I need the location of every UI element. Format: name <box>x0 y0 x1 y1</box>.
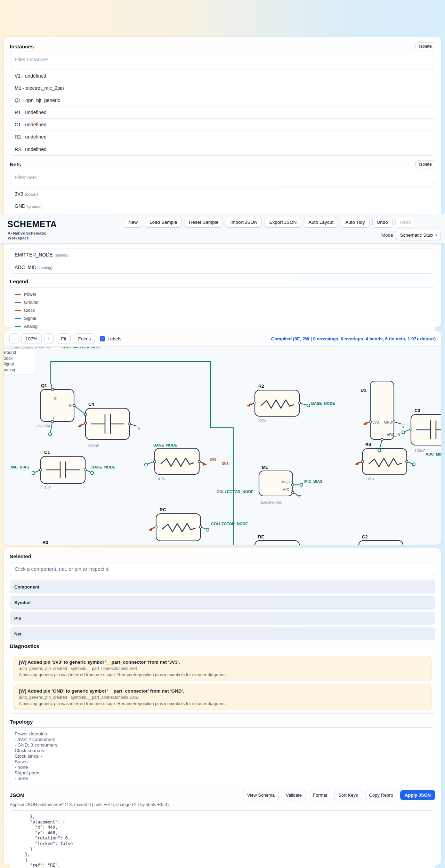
nets-filter-input[interactable] <box>10 171 435 184</box>
re-ref: RE <box>258 534 264 539</box>
legend-item-signal: Signal <box>15 314 430 322</box>
q1-pin-b: B <box>69 403 72 408</box>
instance-row[interactable]: Q1 · npn_bjt_generic <box>10 94 435 106</box>
mode-select[interactable]: Schematic Stub ▾ <box>396 230 441 240</box>
section-pin[interactable]: Pin <box>10 612 435 624</box>
m1-value: Electret mic <box>261 500 282 504</box>
wire-net-collector: COLLECTOR_NODE <box>217 490 253 494</box>
component-rc[interactable] <box>156 514 201 541</box>
new-button[interactable]: New <box>124 217 142 228</box>
schematic-svg: Q1 E B C 2N3904 C4 100nF R2 220k BASE_NO… <box>4 347 442 545</box>
component-re[interactable] <box>255 540 299 545</box>
inspector-panel: Selected Click a component, net, or pin … <box>3 548 442 865</box>
instance-row[interactable]: M1 · electret_mic_2pin <box>10 82 435 94</box>
zoom-out-button[interactable]: - <box>9 333 18 344</box>
m1-pin-mic-plus: MIC+ <box>282 480 290 484</box>
rc-net-collector: COLLECTOR_NODE <box>211 522 248 526</box>
undo-button[interactable]: Undo <box>372 217 393 228</box>
load-sample-button[interactable]: Load Sample <box>145 217 182 228</box>
legend-item-ground: Ground <box>15 298 430 306</box>
view-schema-button[interactable]: View Schema <box>243 790 279 800</box>
c3-value: 100nF <box>414 449 426 453</box>
r2-value: 220k <box>258 419 266 423</box>
emitter-wire[interactable] <box>51 362 233 545</box>
signal-color-swatch <box>15 318 21 319</box>
ground-color-swatch <box>15 302 21 303</box>
legend-title: Legend <box>10 278 435 284</box>
c1-net-mic-bias: MIC_BIAS <box>10 465 29 469</box>
import-json-button[interactable]: Import JSON <box>226 217 262 228</box>
instance-row[interactable]: R2 · undefined <box>10 131 435 143</box>
labels-checkbox[interactable]: ✓ <box>100 336 105 341</box>
clock-color-swatch <box>15 310 21 311</box>
net-row[interactable]: 3V3(power) <box>10 188 435 200</box>
legend-item-analog: Analog <box>15 322 430 330</box>
r4-value: 100k <box>366 477 374 481</box>
component-u1[interactable] <box>370 381 394 440</box>
rb-3v3-label-a: 3V3 <box>210 457 217 461</box>
instance-row[interactable]: V1 · undefined <box>10 70 435 82</box>
schematic-canvas[interactable]: Mic analog frontend — ADC bias test case… <box>4 347 442 545</box>
validate-button[interactable]: Validate <box>282 790 306 800</box>
power-color-swatch <box>15 294 21 295</box>
net-row[interactable]: ADC_MID(analog) <box>10 261 435 273</box>
sort-keys-button[interactable]: Sort Keys <box>334 790 362 800</box>
c3-ref: C3 <box>414 408 420 413</box>
tagline: AI-Native Schematic Workspace <box>8 231 46 240</box>
r2-net-label: BASE_NODE <box>311 401 335 405</box>
instances-filter-input[interactable] <box>10 53 435 66</box>
component-r2[interactable] <box>255 390 299 416</box>
legend-box: Power Ground Clock Signal Analog <box>10 287 435 333</box>
r4-ref: R4 <box>365 442 371 447</box>
instance-row[interactable]: R1 · undefined <box>10 106 435 119</box>
reset-sample-button[interactable]: Reset Sample <box>185 217 223 228</box>
q1-pin-c: C <box>53 416 56 420</box>
copy-repro-button[interactable]: Copy Repro <box>365 790 397 800</box>
instance-row[interactable]: R3 · undefined <box>10 143 435 155</box>
fit-button[interactable]: Fit <box>57 333 71 344</box>
analog-wires <box>35 362 412 545</box>
instances-isolate-button[interactable]: Isolate <box>415 42 435 50</box>
json-editor-textarea[interactable]: }, "placement": { "x": 440, "y": 460, "r… <box>10 810 435 868</box>
c1-value: 1uF <box>44 486 51 490</box>
redo-button[interactable]: Redo <box>395 217 415 228</box>
apply-json-button[interactable]: Apply JSON <box>400 790 435 800</box>
focus-button[interactable]: Focus <box>74 333 95 344</box>
section-symbol[interactable]: Symbol <box>10 596 435 609</box>
component-c2[interactable] <box>359 540 403 545</box>
section-component[interactable]: Component <box>10 581 435 593</box>
nets-isolate-button[interactable]: Isolate <box>415 160 435 168</box>
section-net[interactable]: Net <box>10 628 435 640</box>
canvas-panel: - 107% + Fit Focus ✓ Labels Compiled (0E… <box>3 331 442 545</box>
nets-title: Nets <box>10 161 21 167</box>
json-caption: Applied JSON (instances +14/-3, moved 0 … <box>10 802 435 807</box>
instances-list: V1 · undefined M1 · electret_mic_2pin Q1… <box>10 70 435 156</box>
format-button[interactable]: Format <box>309 790 331 800</box>
r4-net-adc-mid: ADC_MID <box>426 452 442 456</box>
topology-box: Power domains: - 3V3: 2 consumers - GND:… <box>10 727 435 785</box>
zoom-level-button[interactable]: 107% <box>21 333 42 344</box>
auto-tidy-button[interactable]: Auto Tidy <box>341 217 369 228</box>
q1-value: 2N3904 <box>36 424 50 428</box>
net-row[interactable]: GND(ground) <box>10 200 435 212</box>
json-toolbar: View Schema Validate Format Sort Keys Co… <box>243 790 435 800</box>
explorer-panel: Instances Isolate V1 · undefined M1 · el… <box>3 37 442 328</box>
diagnostics-title: Diagnostics <box>10 643 435 649</box>
instance-row[interactable]: C1 · undefined <box>10 119 435 131</box>
app-header: SCHEMETA AI-Native Schematic Workspace N… <box>0 214 445 244</box>
export-json-button[interactable]: Export JSON <box>265 217 301 228</box>
json-title: JSON <box>10 792 24 798</box>
component-r4[interactable] <box>363 449 407 475</box>
u1-pin-adc-in: ADC_IN <box>387 433 400 437</box>
header-toolbar: New Load Sample Reset Sample Import JSON… <box>124 217 415 228</box>
mode-control: Mode Schematic Stub ▾ <box>381 230 441 240</box>
auto-layout-button[interactable]: Auto Layout <box>304 217 338 228</box>
compile-status: Compiled (0E, 2W | 0 crossings, 0 overla… <box>271 336 436 341</box>
c4-ref: C4 <box>88 402 94 407</box>
analog-color-swatch <box>15 326 21 327</box>
component-rb[interactable] <box>155 448 199 474</box>
selected-placeholder: Click a component, net, or pin to inspec… <box>10 562 435 576</box>
zoom-in-button[interactable]: + <box>44 333 54 344</box>
rb-net-label: BASE_NODE <box>153 443 177 447</box>
net-row[interactable]: EMITTER_NODE(analog) <box>10 249 435 261</box>
